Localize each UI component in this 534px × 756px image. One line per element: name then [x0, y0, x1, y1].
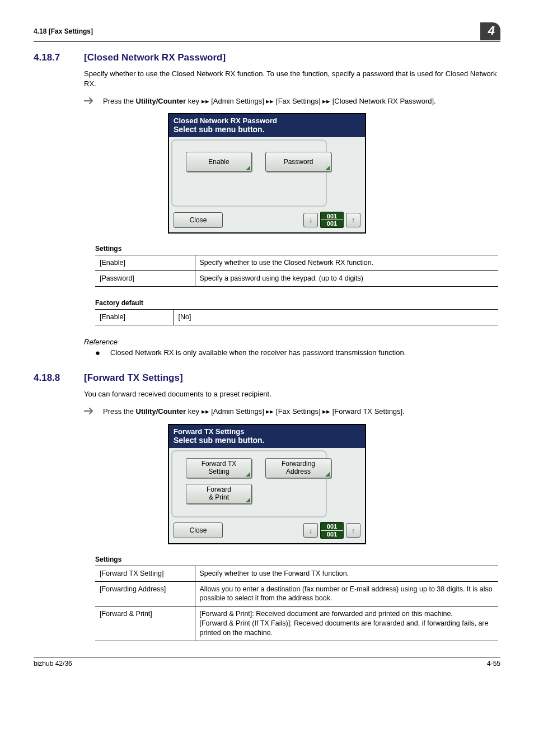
- btn-label: Close: [190, 526, 207, 534]
- page-bot: 001: [321, 531, 343, 538]
- section-title: [Forward TX Settings]: [84, 372, 183, 384]
- page-footer: bizhub 42/36 4-55: [34, 657, 500, 668]
- forward-tx-setting-button[interactable]: Forward TX Setting: [186, 458, 252, 478]
- btn-label: Close: [190, 216, 207, 224]
- page-indicator: 001 001: [320, 212, 344, 228]
- page-top: 001: [321, 523, 343, 530]
- arrow-right-icon: [84, 97, 95, 105]
- reference-text: Closed Network RX is only available when…: [110, 348, 406, 357]
- reference-label: Reference: [84, 338, 500, 346]
- section-number: 4.18.7: [34, 52, 84, 63]
- btn-label: Enable: [208, 158, 229, 166]
- corner-icon: [325, 472, 330, 477]
- section-heading-1: 4.18.7 [Closed Network RX Password]: [34, 52, 500, 63]
- cell-val: [Forward & Print]: Received document are…: [195, 606, 498, 641]
- screen-forward-tx: Forward TX Settings Select sub menu butt…: [168, 424, 366, 544]
- section-intro: Specify whether to use the Closed Networ…: [84, 69, 500, 88]
- settings-table-1: [Enable]Specify whether to use the Close…: [95, 255, 498, 287]
- close-button[interactable]: Close: [174, 522, 223, 538]
- table-row: [Password]Specify a password using the k…: [95, 271, 498, 287]
- screen-body: Forward TX Setting Forwarding Address Fo…: [169, 448, 365, 543]
- footer-left: bizhub 42/36: [34, 660, 72, 668]
- factory-table: [Enable][No]: [95, 309, 498, 325]
- instr-suffix: key ▸▸ [Admin Settings] ▸▸ [Fax Settings…: [186, 97, 436, 105]
- instr-bold: Utility/Counter: [136, 97, 186, 105]
- nav-down-button[interactable]: ↓: [303, 213, 318, 227]
- cell-key: [Forward & Print]: [95, 606, 195, 641]
- cell-val: Allows you to enter a destination (fax n…: [195, 581, 498, 606]
- screen-body: Enable Password Close ↓ 001 001 ↑: [169, 137, 365, 232]
- reference-item: ● Closed Network RX is only available wh…: [95, 348, 500, 357]
- cell-key: [Forwarding Address]: [95, 581, 195, 606]
- screen-subtitle: Select sub menu button.: [174, 125, 360, 134]
- reference-block: Reference ● Closed Network RX is only av…: [84, 338, 500, 357]
- bullet-icon: ●: [95, 348, 100, 357]
- nav-group: ↓ 001 001 ↑: [303, 522, 360, 538]
- corner-icon: [246, 472, 250, 477]
- corner-icon: [246, 166, 250, 170]
- screen-closed-network: Closed Network RX Password Select sub me…: [168, 113, 366, 234]
- btn-label: Forwarding Address: [282, 460, 315, 475]
- btn-label: Forward TX Setting: [202, 460, 236, 475]
- password-button[interactable]: Password: [265, 152, 331, 172]
- table-row: [Forward TX Setting]Specify whether to u…: [95, 566, 498, 581]
- screen-header: Forward TX Settings Select sub menu butt…: [169, 425, 365, 448]
- cell-val: Specify whether to use the Forward TX fu…: [195, 566, 498, 581]
- footer-right: 4-55: [487, 660, 500, 668]
- cell-val: Specify a password using the keypad. (up…: [195, 271, 498, 287]
- cell-key: [Password]: [95, 271, 195, 287]
- table-row: [Forwarding Address]Allows you to enter …: [95, 581, 498, 606]
- factory-label: Factory default: [95, 299, 500, 307]
- close-button[interactable]: Close: [174, 212, 223, 228]
- screen-header: Closed Network RX Password Select sub me…: [169, 114, 365, 137]
- cell-val: Specify whether to use the Closed Networ…: [195, 255, 498, 271]
- instr-suffix: key ▸▸ [Admin Settings] ▸▸ [Fax Settings…: [186, 407, 405, 416]
- screen-title: Closed Network RX Password: [174, 116, 360, 125]
- section-title: [Closed Network RX Password]: [84, 52, 226, 63]
- header-section-left: 4.18 [Fax Settings]: [34, 27, 93, 35]
- corner-icon: [325, 166, 330, 170]
- nav-down-button[interactable]: ↓: [303, 523, 318, 538]
- instr-prefix: Press the: [103, 407, 136, 416]
- nav-group: ↓ 001 001 ↑: [303, 212, 360, 228]
- table-row: [Forward & Print][Forward & Print]: Rece…: [95, 606, 498, 641]
- settings-table-2: [Forward TX Setting]Specify whether to u…: [95, 566, 498, 641]
- instruction-row-2: Press the Utility/Counter key ▸▸ [Admin …: [84, 407, 500, 417]
- instruction-text: Press the Utility/Counter key ▸▸ [Admin …: [103, 96, 436, 106]
- chapter-badge: 4: [480, 22, 500, 40]
- nav-up-button[interactable]: ↑: [346, 523, 360, 538]
- instruction-text: Press the Utility/Counter key ▸▸ [Admin …: [103, 407, 405, 417]
- cell-val: [No]: [174, 310, 498, 325]
- page-bot: 001: [321, 220, 343, 227]
- page-top: 001: [321, 213, 343, 220]
- section-heading-2: 4.18.8 [Forward TX Settings]: [34, 372, 500, 384]
- screen-subtitle: Select sub menu button.: [174, 436, 360, 445]
- section-intro: You can forward received documents to a …: [84, 389, 500, 399]
- screen-title: Forward TX Settings: [174, 427, 360, 436]
- settings-label: Settings: [95, 556, 500, 563]
- instruction-row-1: Press the Utility/Counter key ▸▸ [Admin …: [84, 96, 500, 106]
- instr-prefix: Press the: [103, 97, 136, 105]
- cell-key: [Enable]: [95, 310, 174, 325]
- cell-key: [Enable]: [95, 255, 195, 271]
- settings-label: Settings: [95, 245, 500, 253]
- btn-label: Password: [284, 158, 313, 166]
- table-row: [Enable][No]: [95, 310, 498, 325]
- corner-icon: [246, 498, 250, 502]
- page-indicator: 001 001: [320, 522, 344, 538]
- nav-up-button[interactable]: ↑: [346, 213, 360, 227]
- enable-button[interactable]: Enable: [186, 152, 252, 172]
- instr-bold: Utility/Counter: [136, 407, 186, 416]
- section-number: 4.18.8: [34, 372, 84, 384]
- arrow-right-icon: [84, 407, 95, 415]
- page-header: 4.18 [Fax Settings] 4: [34, 22, 500, 42]
- btn-label: Forward & Print: [207, 486, 231, 501]
- forward-print-button[interactable]: Forward & Print: [186, 484, 252, 504]
- cell-key: [Forward TX Setting]: [95, 566, 195, 581]
- table-row: [Enable]Specify whether to use the Close…: [95, 255, 498, 271]
- panel-border: [171, 139, 327, 207]
- forwarding-address-button[interactable]: Forwarding Address: [265, 458, 331, 478]
